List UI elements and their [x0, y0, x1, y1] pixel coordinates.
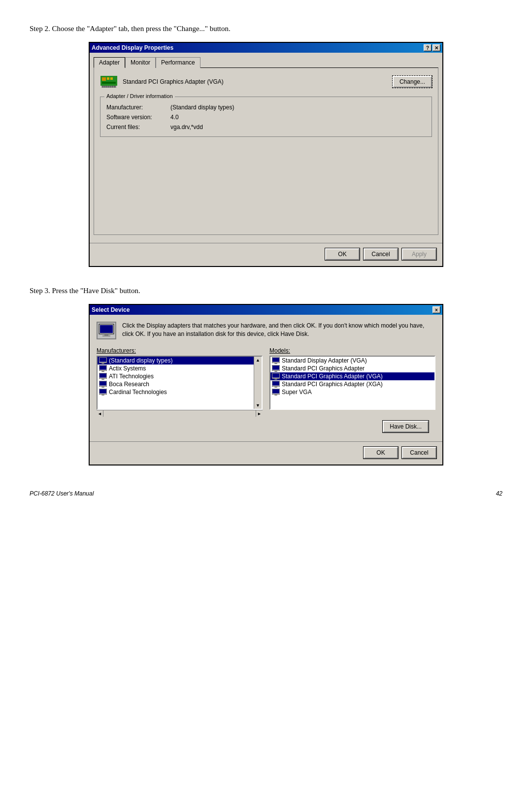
manufacturer-item-4: Cardinal Technologies — [109, 389, 167, 396]
dialog1-tabs: Adapter Monitor Performance — [94, 57, 438, 68]
lists-row: Manufacturers: (Standard display types) — [97, 347, 435, 417]
have-disk-button[interactable]: Have Disk... — [383, 421, 429, 432]
step2-text: Step 2. Choose the "Adapter" tab, then p… — [30, 25, 502, 33]
list-item[interactable]: Actix Systems — [98, 365, 254, 372]
svg-rect-25 — [101, 379, 104, 380]
svg-rect-12 — [114, 86, 115, 88]
dialog1-tab-content: Standard PCI Graphics Adapter (VGA) Chan… — [94, 67, 438, 235]
dialog2-titlebar-buttons: × — [432, 306, 440, 313]
dialog2-body: Click the Display adapters that matches … — [90, 315, 442, 437]
models-scrollbar-placeholder — [269, 410, 435, 417]
tab-performance[interactable]: Performance — [156, 57, 200, 68]
current-files-label: Current files: — [106, 124, 170, 131]
svg-rect-30 — [100, 389, 106, 394]
manufacturers-scrollbar[interactable]: ▲ ▼ — [254, 357, 262, 409]
manufacturers-col: Manufacturers: (Standard display types) — [97, 347, 263, 417]
svg-rect-28 — [101, 387, 104, 388]
dialog2-ok-button[interactable]: OK — [364, 447, 398, 459]
svg-rect-2 — [107, 77, 109, 80]
svg-rect-11 — [112, 86, 113, 88]
svg-rect-39 — [272, 373, 279, 378]
model-item-1: Standard PCI Graphics Adapter — [282, 365, 365, 372]
list-item[interactable]: Cardinal Technologies — [98, 388, 254, 396]
svg-rect-24 — [100, 373, 106, 378]
dialog2-titlebar: Select Device × — [90, 305, 442, 315]
svg-rect-36 — [272, 365, 279, 370]
list-item[interactable]: (Standard display types) — [98, 357, 254, 365]
device-monitor-icon — [97, 322, 116, 339]
change-button[interactable]: Change... — [393, 76, 432, 88]
svg-rect-14 — [100, 325, 113, 333]
tab-monitor[interactable]: Monitor — [125, 57, 156, 68]
manufacturer-value: (Standard display types) — [170, 104, 234, 111]
model-item-4: Super VGA — [282, 389, 312, 396]
manufacturers-header: Manufacturers: — [97, 347, 263, 354]
dialog2-close-button[interactable]: × — [432, 306, 440, 313]
svg-rect-42 — [272, 381, 279, 386]
manufacturer-item-3: Boca Research — [109, 381, 149, 388]
models-header: Models: — [269, 347, 435, 354]
group-label: Adapter / Driver information — [104, 93, 175, 99]
svg-rect-6 — [102, 86, 103, 88]
apply-button[interactable]: Apply — [402, 248, 436, 260]
svg-rect-40 — [274, 379, 277, 380]
manufacturer-item-0: (Standard display types) — [109, 357, 172, 364]
svg-rect-18 — [100, 358, 106, 362]
tab-adapter[interactable]: Adapter — [94, 57, 125, 68]
info-software-version: Software version: 4.0 — [106, 114, 426, 121]
dialog1-titlebar: Advanced Display Properties ? ✕ — [90, 43, 442, 53]
manufacturer-item-2: ATI Technologies — [109, 373, 154, 380]
svg-rect-8 — [106, 86, 107, 88]
svg-rect-45 — [272, 389, 279, 394]
svg-rect-37 — [274, 371, 277, 372]
adapter-row: Standard PCI Graphics Adapter (VGA) Chan… — [100, 74, 432, 90]
dialog1-help-button[interactable]: ? — [424, 44, 432, 51]
list-item[interactable]: Standard PCI Graphics Adapter — [270, 365, 434, 372]
manufacturers-hscrollbar[interactable]: ◄ ► — [97, 410, 263, 417]
dialog2-cancel-button[interactable]: Cancel — [402, 447, 436, 459]
svg-rect-1 — [102, 77, 106, 81]
have-disk-row: Have Disk... — [97, 417, 435, 434]
footer-manual-name: PCI-6872 User's Manual — [30, 490, 94, 497]
info-current-files: Current files: vga.drv,*vdd — [106, 124, 426, 131]
ok-button[interactable]: OK — [325, 248, 360, 260]
model-item-2: Standard PCI Graphics Adapter (VGA) — [282, 373, 383, 380]
list-item[interactable]: Standard Display Adapter (VGA) — [270, 357, 434, 365]
device-desc-row: Click the Display adapters that matches … — [97, 322, 435, 339]
svg-rect-27 — [100, 381, 106, 386]
manufacturers-listbox[interactable]: (Standard display types) Actix Systems — [97, 356, 263, 410]
svg-rect-15 — [104, 334, 108, 335]
svg-rect-16 — [102, 335, 110, 336]
adapter-name: Standard PCI Graphics Adapter (VGA) — [123, 78, 388, 85]
cancel-button[interactable]: Cancel — [364, 248, 398, 260]
list-item[interactable]: ATI Technologies — [98, 372, 254, 380]
list-item[interactable]: Boca Research — [98, 380, 254, 388]
dialog1-close-button[interactable]: ✕ — [432, 44, 440, 51]
svg-rect-22 — [101, 371, 104, 372]
svg-rect-43 — [274, 387, 277, 388]
dialog1-body: Adapter Monitor Performance — [90, 53, 442, 239]
software-version-value: 4.0 — [170, 114, 179, 121]
svg-rect-46 — [274, 395, 277, 396]
list-item[interactable]: Standard PCI Graphics Adapter (XGA) — [270, 380, 434, 388]
current-files-value: vga.drv,*vdd — [170, 124, 203, 131]
dialog1-title: Advanced Display Properties — [92, 44, 173, 51]
info-manufacturer: Manufacturer: (Standard display types) — [106, 104, 426, 111]
models-col: Models: Standard Display Adapter (VGA) — [269, 347, 435, 417]
svg-rect-19 — [101, 363, 104, 364]
svg-rect-3 — [110, 77, 113, 80]
manufacturer-label: Manufacturer: — [106, 104, 170, 111]
dialog2-title-area: Select Device — [92, 306, 130, 313]
dialog2-title: Select Device — [92, 306, 130, 313]
advanced-display-dialog: Advanced Display Properties ? ✕ Adapter … — [89, 42, 443, 267]
dialog1-titlebar-buttons: ? ✕ — [424, 44, 440, 51]
models-listbox[interactable]: Standard Display Adapter (VGA) Standard … — [269, 356, 435, 410]
list-item[interactable]: Standard PCI Graphics Adapter (VGA) — [270, 372, 434, 380]
device-description: Click the Display adapters that matches … — [122, 322, 435, 338]
svg-rect-10 — [110, 86, 111, 88]
manufacturers-items: (Standard display types) Actix Systems — [98, 357, 254, 409]
list-item[interactable]: Super VGA — [270, 388, 434, 396]
adapter-info-group: Adapter / Driver information Manufacture… — [100, 97, 432, 137]
dialog1-buttons: OK Cancel Apply — [90, 243, 442, 266]
model-item-0: Standard Display Adapter (VGA) — [282, 357, 367, 364]
